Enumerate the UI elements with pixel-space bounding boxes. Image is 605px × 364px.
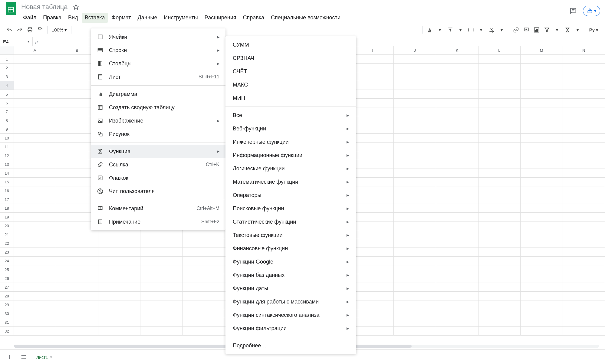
cell[interactable] (394, 116, 436, 125)
menu-формат[interactable]: Формат (109, 13, 134, 23)
cell[interactable] (436, 195, 478, 204)
cell[interactable] (140, 283, 183, 292)
cell[interactable] (436, 107, 478, 116)
cell[interactable] (352, 125, 394, 134)
cell[interactable] (563, 239, 605, 248)
row-header[interactable]: 14 (0, 169, 14, 178)
cell[interactable] (563, 72, 605, 81)
cell[interactable] (14, 107, 56, 116)
cell[interactable] (140, 309, 183, 318)
cell[interactable] (98, 230, 141, 239)
cell[interactable] (521, 134, 563, 143)
menu-item-comment[interactable]: КомментарийCtrl+Alt+M (91, 202, 225, 215)
row-header[interactable]: 22 (0, 239, 14, 248)
cell[interactable] (521, 300, 563, 309)
menu-item-chip[interactable]: Чип пользователя (91, 185, 225, 198)
function-category[interactable]: Функции для работы с массивами▶ (225, 295, 356, 308)
cell[interactable] (478, 248, 521, 257)
cell[interactable] (521, 230, 563, 239)
chevron-down-icon[interactable]: ▾ (436, 25, 445, 34)
cell[interactable] (140, 274, 183, 283)
row-header[interactable]: 20 (0, 221, 14, 230)
function-category[interactable]: Текстовые функции▶ (225, 228, 356, 242)
menu-специальные возможности[interactable]: Специальные возможности (268, 13, 344, 23)
function-category[interactable]: Поисковые функции▶ (225, 202, 356, 215)
row-header[interactable]: 12 (0, 151, 14, 160)
share-button[interactable]: ▾ (583, 6, 600, 16)
cell[interactable] (478, 178, 521, 186)
cell[interactable] (352, 248, 394, 257)
cell[interactable] (394, 309, 436, 318)
cell[interactable] (478, 265, 521, 274)
cell[interactable] (521, 55, 563, 64)
cell[interactable] (140, 230, 183, 239)
cell[interactable] (352, 283, 394, 292)
column-header[interactable]: A (14, 46, 56, 54)
cell[interactable] (183, 274, 225, 283)
function-category[interactable]: Статистические функции▶ (225, 215, 356, 228)
cell[interactable] (563, 309, 605, 318)
cell[interactable] (352, 134, 394, 143)
cell[interactable] (98, 239, 141, 248)
cell[interactable] (352, 292, 394, 300)
cell[interactable] (436, 248, 478, 257)
cell[interactable] (14, 81, 56, 90)
row-header[interactable]: 9 (0, 125, 14, 134)
cell[interactable] (56, 300, 98, 309)
cell[interactable] (436, 72, 478, 81)
cell[interactable] (56, 274, 98, 283)
cell[interactable] (563, 107, 605, 116)
cell[interactable] (436, 125, 478, 134)
cell[interactable] (352, 116, 394, 125)
cell[interactable] (140, 257, 183, 265)
cell[interactable] (436, 318, 478, 327)
cell[interactable] (436, 230, 478, 239)
cell[interactable] (352, 204, 394, 213)
cell[interactable] (14, 99, 56, 107)
menu-расширения[interactable]: Расширения (202, 13, 239, 23)
cell[interactable] (563, 230, 605, 239)
cell[interactable] (521, 186, 563, 195)
cell[interactable] (394, 300, 436, 309)
cell[interactable] (563, 178, 605, 186)
cell[interactable] (478, 230, 521, 239)
cell[interactable] (563, 160, 605, 169)
cell[interactable] (521, 169, 563, 178)
cell[interactable] (140, 327, 183, 336)
cell[interactable] (563, 300, 605, 309)
cell[interactable] (14, 125, 56, 134)
cell[interactable] (394, 99, 436, 107)
row-header[interactable]: 25 (0, 265, 14, 274)
cell[interactable] (352, 151, 394, 160)
cell[interactable] (56, 318, 98, 327)
menu-item-chart[interactable]: Диаграмма (91, 87, 225, 101)
cell[interactable] (563, 116, 605, 125)
cell[interactable] (436, 178, 478, 186)
cell[interactable] (14, 64, 56, 72)
cell[interactable] (521, 160, 563, 169)
cell[interactable] (352, 318, 394, 327)
cell[interactable] (563, 195, 605, 204)
cell[interactable] (183, 309, 225, 318)
cell[interactable] (56, 292, 98, 300)
cell[interactable] (478, 143, 521, 151)
document-title[interactable]: Новая таблица (20, 2, 69, 11)
cell[interactable] (183, 257, 225, 265)
function-item[interactable]: МИН (225, 91, 356, 105)
learn-more[interactable]: Подробнее… (225, 339, 356, 352)
cell[interactable] (478, 90, 521, 99)
cell[interactable] (521, 239, 563, 248)
cell[interactable] (521, 318, 563, 327)
insert-chart-button[interactable] (532, 25, 541, 34)
cell[interactable] (352, 107, 394, 116)
cell[interactable] (140, 265, 183, 274)
cell[interactable] (563, 292, 605, 300)
cell[interactable] (521, 90, 563, 99)
cell[interactable] (436, 300, 478, 309)
row-header[interactable]: 7 (0, 107, 14, 116)
row-header[interactable]: 5 (0, 90, 14, 99)
cell[interactable] (352, 160, 394, 169)
cell[interactable] (352, 81, 394, 90)
cell[interactable] (436, 64, 478, 72)
function-category[interactable]: Функции фильтрации▶ (225, 322, 356, 335)
